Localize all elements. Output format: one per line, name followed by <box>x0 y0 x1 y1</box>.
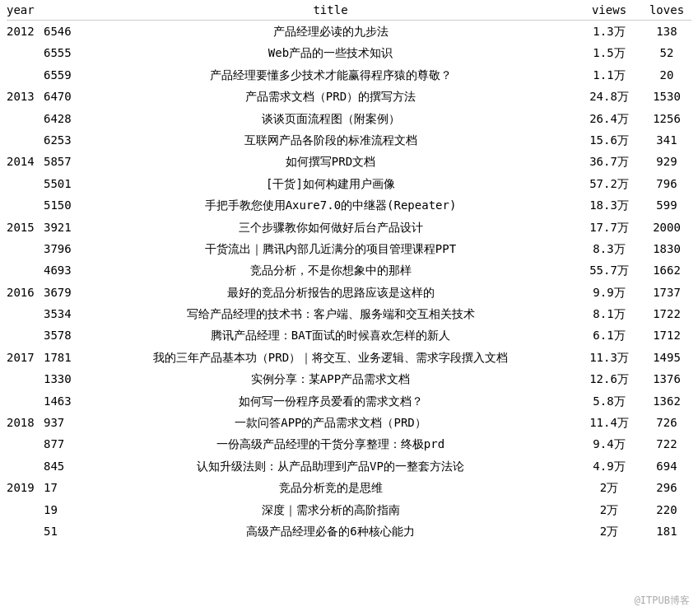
cell-loves: 929 <box>642 152 691 170</box>
cell-views: 4.9万 <box>576 457 642 475</box>
cell-id: 1330 <box>44 370 85 388</box>
cell-loves: 341 <box>642 131 691 149</box>
table-container: year title views loves 2012 6546 产品经理必读的… <box>0 0 698 542</box>
cell-views: 5.8万 <box>576 392 642 410</box>
header-year: year <box>7 3 44 16</box>
cell-title: 写给产品经理的技术书：客户端、服务端和交互相关技术 <box>85 305 576 323</box>
cell-id: 6470 <box>44 87 85 105</box>
cell-id: 4693 <box>44 261 85 279</box>
cell-loves: 1530 <box>642 87 691 105</box>
cell-title: 三个步骤教你如何做好后台产品设计 <box>85 218 576 236</box>
cell-id: 845 <box>44 457 85 475</box>
table-row: 3534 写给产品经理的技术书：客户端、服务端和交互相关技术 8.1万 1722 <box>7 303 691 324</box>
cell-views: 11.3万 <box>576 348 642 366</box>
cell-title: 干货流出｜腾讯内部几近满分的项目管理课程PPT <box>85 240 576 258</box>
cell-title: 深度｜需求分析的高阶指南 <box>85 501 576 519</box>
table-row: 19 深度｜需求分析的高阶指南 2万 220 <box>7 499 691 520</box>
cell-loves: 1737 <box>642 283 691 301</box>
cell-loves: 296 <box>642 478 691 497</box>
cell-loves: 694 <box>642 457 691 475</box>
cell-loves: 1376 <box>642 370 691 388</box>
cell-title: 高级产品经理必备的6种核心能力 <box>85 522 576 540</box>
cell-id: 937 <box>44 413 85 432</box>
cell-views: 24.8万 <box>576 87 642 105</box>
cell-loves: 181 <box>642 522 691 540</box>
cell-id: 17 <box>44 478 85 497</box>
cell-loves: 726 <box>642 413 691 432</box>
cell-year: 2017 <box>7 348 44 366</box>
table-row: 51 高级产品经理必备的6种核心能力 2万 181 <box>7 520 691 542</box>
cell-year: 2016 <box>7 283 44 301</box>
watermark: @ITPUB博客 <box>635 594 690 608</box>
table-row: 3796 干货流出｜腾讯内部几近满分的项目管理课程PPT 8.3万 1830 <box>7 238 691 259</box>
table-row: 845 认知升级法则：从产品助理到产品VP的一整套方法论 4.9万 694 <box>7 455 691 477</box>
table-row: 2018 937 一款问答APP的产品需求文档（PRD） 11.4万 726 <box>7 412 691 433</box>
cell-year: 2015 <box>7 218 44 236</box>
table-row: 1463 如何写一份程序员爱看的需求文档？ 5.8万 1362 <box>7 390 691 412</box>
cell-id: 3679 <box>44 283 85 301</box>
cell-title: 认知升级法则：从产品助理到产品VP的一整套方法论 <box>85 457 576 475</box>
cell-id: 5501 <box>44 175 85 193</box>
cell-title: 如何写一份程序员爱看的需求文档？ <box>85 392 576 410</box>
cell-title: 最好的竞品分析报告的思路应该是这样的 <box>85 283 576 301</box>
cell-loves: 52 <box>642 44 691 62</box>
cell-views: 15.6万 <box>576 131 642 149</box>
header-id <box>44 3 85 16</box>
cell-views: 18.3万 <box>576 196 642 214</box>
table-row: 3578 腾讯产品经理：BAT面试的时候喜欢怎样的新人 6.1万 1712 <box>7 324 691 346</box>
cell-views: 26.4万 <box>576 110 642 128</box>
cell-loves: 20 <box>642 66 691 84</box>
cell-id: 5857 <box>44 152 85 170</box>
cell-title: 产品经理要懂多少技术才能赢得程序猿的尊敬？ <box>85 66 576 84</box>
cell-views: 2万 <box>576 501 642 519</box>
table-row: 2019 17 竞品分析竞的是思维 2万 296 <box>7 477 691 498</box>
header-views: views <box>576 3 642 16</box>
table-row: 2016 3679 最好的竞品分析报告的思路应该是这样的 9.9万 1737 <box>7 282 691 303</box>
cell-views: 17.7万 <box>576 218 642 236</box>
table-row: 2014 5857 如何撰写PRD文档 36.7万 929 <box>7 151 691 172</box>
cell-title: 一份高级产品经理的干货分享整理：终极prd <box>85 435 576 453</box>
cell-loves: 1722 <box>642 305 691 323</box>
cell-title: 手把手教您使用Axure7.0的中继器(Repeater) <box>85 196 576 214</box>
cell-views: 6.1万 <box>576 326 642 344</box>
table-header: year title views loves <box>7 0 691 21</box>
cell-id: 1463 <box>44 392 85 410</box>
table-row: 6253 互联网产品各阶段的标准流程文档 15.6万 341 <box>7 129 691 151</box>
header-title: title <box>85 3 576 16</box>
cell-views: 2万 <box>576 478 642 497</box>
cell-views: 2万 <box>576 522 642 540</box>
cell-views: 9.9万 <box>576 283 642 301</box>
cell-year: 2019 <box>7 478 44 497</box>
cell-title: 互联网产品各阶段的标准流程文档 <box>85 131 576 149</box>
cell-loves: 1495 <box>642 348 691 366</box>
table-row: 2012 6546 产品经理必读的九步法 1.3万 138 <box>7 21 691 42</box>
table-row: 5501 [干货]如何构建用户画像 57.2万 796 <box>7 173 691 194</box>
cell-year: 2013 <box>7 87 44 105</box>
cell-id: 877 <box>44 435 85 453</box>
cell-views: 1.5万 <box>576 44 642 62</box>
table-row: 2015 3921 三个步骤教你如何做好后台产品设计 17.7万 2000 <box>7 217 691 238</box>
cell-loves: 1362 <box>642 392 691 410</box>
cell-loves: 1712 <box>642 326 691 344</box>
cell-title: 产品经理必读的九步法 <box>85 22 576 40</box>
cell-id: 1781 <box>44 348 85 366</box>
table-row: 2017 1781 我的三年产品基本功（PRD）｜将交互、业务逻辑、需求字段撰入… <box>7 347 691 368</box>
cell-loves: 2000 <box>642 218 691 236</box>
cell-id: 6559 <box>44 66 85 84</box>
cell-views: 1.3万 <box>576 22 642 40</box>
cell-views: 12.6万 <box>576 370 642 388</box>
cell-views: 1.1万 <box>576 66 642 84</box>
cell-loves: 599 <box>642 196 691 214</box>
cell-id: 3578 <box>44 326 85 344</box>
cell-year: 2018 <box>7 413 44 432</box>
cell-id: 6546 <box>44 22 85 40</box>
cell-loves: 1830 <box>642 240 691 258</box>
cell-views: 55.7万 <box>576 261 642 279</box>
cell-title: 竞品分析，不是你想象中的那样 <box>85 261 576 279</box>
table-row: 877 一份高级产品经理的干货分享整理：终极prd 9.4万 722 <box>7 433 691 455</box>
cell-id: 6428 <box>44 110 85 128</box>
table-row: 2013 6470 产品需求文档（PRD）的撰写方法 24.8万 1530 <box>7 86 691 107</box>
cell-title: [干货]如何构建用户画像 <box>85 175 576 193</box>
cell-views: 11.4万 <box>576 413 642 432</box>
cell-views: 8.3万 <box>576 240 642 258</box>
